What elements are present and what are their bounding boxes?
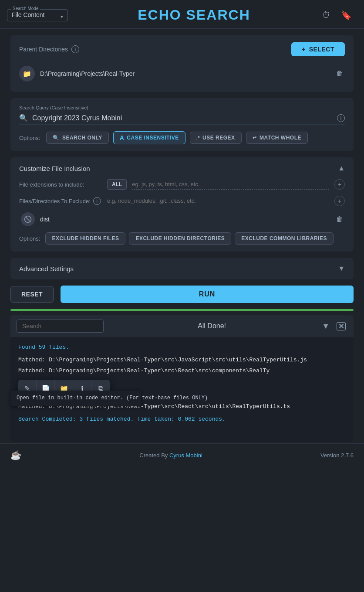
header-icons: ⏱ 🔖	[320, 8, 354, 22]
excluded-item-icon	[21, 212, 35, 226]
exclude-hidden-dirs-button[interactable]: EXCLUDE HIDDEN DIRECTORIES	[129, 232, 231, 245]
history-icon-button[interactable]: ⏱	[320, 8, 332, 22]
directory-path: D:\Programing\Projects\Real-Typer	[40, 70, 329, 77]
exclude-hidden-files-button[interactable]: EXCLUDE HIDDEN FILES	[45, 232, 125, 245]
advanced-expand-icon: ▼	[338, 265, 345, 272]
excluded-item-row: dist 🗑	[19, 212, 345, 226]
header: Search Mode File Content File Name Direc…	[0, 0, 364, 29]
exclude-input[interactable]	[107, 196, 329, 206]
exclude-info-icon[interactable]: i	[93, 197, 101, 205]
results-expand-button[interactable]: ▼	[320, 320, 331, 333]
main-content: Parent Directories i + SELECT 📁 D:\Progr…	[0, 35, 364, 442]
terminal-completed-text: Search Completed: 3 files matched. Time …	[18, 415, 346, 424]
results-search-input[interactable]	[17, 320, 104, 333]
match-whole-button[interactable]: ↵ MATCH WHOLE	[246, 132, 308, 144]
search-icon: 🔍	[19, 114, 28, 122]
extensions-label: File extensions to include:	[19, 181, 102, 188]
no-icon-svg	[24, 215, 32, 223]
parent-directories-section: Parent Directories i + SELECT 📁 D:\Progr…	[10, 35, 354, 92]
select-button[interactable]: + SELECT	[291, 42, 345, 56]
regex-icon: .*	[196, 135, 200, 140]
folder-icon: 📁	[19, 66, 35, 82]
file-inclusion-section: Customize File Inclusion ▲ File extensio…	[10, 157, 354, 252]
search-query-section: Search Query (Case Insensitive) 🔍 i Opti…	[10, 98, 354, 151]
options-label: Options:	[19, 135, 40, 141]
search-input-row: 🔍 i	[19, 114, 345, 125]
advanced-settings-header[interactable]: Advanced Settings ▼	[10, 258, 354, 279]
file-inclusion-header[interactable]: Customize File Inclusion ▲	[10, 157, 354, 179]
chevron-down-icon: ▼	[60, 14, 64, 19]
file-options-label: Options:	[19, 235, 40, 242]
advanced-settings-section: Advanced Settings ▼	[10, 258, 354, 279]
footer-author-link[interactable]: Cyrus Mobini	[169, 452, 202, 459]
search-query-input[interactable]	[32, 114, 333, 122]
tooltip-popup: Open file in built-in code editor. (For …	[10, 391, 141, 406]
run-button[interactable]: RUN	[61, 286, 354, 303]
extension-input[interactable]	[132, 179, 329, 190]
results-status: All Done!	[104, 322, 320, 330]
file-inclusion-body: File extensions to include: ALL + Files/…	[10, 179, 354, 252]
results-actions: ▼ ✕	[320, 320, 347, 333]
bookmark-icon-button[interactable]: 🔖	[339, 8, 354, 22]
all-badge: ALL	[107, 179, 127, 190]
reset-button[interactable]: RESET	[10, 286, 54, 303]
search-mode-wrapper: Search Mode File Content File Name Direc…	[7, 9, 68, 21]
terminal-matched-0: Matched: D:\Programing\Projects\Real-Typ…	[18, 356, 346, 365]
search-only-button[interactable]: 🔍 SEARCH ONLY	[46, 132, 108, 144]
history-icon: ⏱	[322, 10, 330, 20]
search-query-label: Search Query (Case Insensitive)	[19, 105, 345, 110]
delete-directory-button[interactable]: 🗑	[334, 68, 345, 79]
file-options-row: Options: EXCLUDE HIDDEN FILES EXCLUDE HI…	[19, 232, 345, 245]
footer-version: Version 2.7.6	[320, 452, 354, 459]
plus-icon: +	[302, 46, 306, 53]
results-section: All Done! ▼ ✕ Found 59 files. Matched: D…	[10, 315, 354, 442]
progress-bar	[10, 309, 354, 311]
collapse-icon: ▲	[338, 164, 345, 172]
footer-logo-icon: ☕	[10, 450, 21, 460]
svg-line-1	[25, 217, 30, 222]
footer-credit: Created By Cyrus Mobini	[139, 452, 202, 459]
file-inclusion-title: Customize File Inclusion	[19, 165, 90, 172]
delete-excluded-button[interactable]: 🗑	[334, 214, 345, 225]
case-insensitive-button[interactable]: A CASE INSENSITIVE	[113, 131, 185, 144]
search-mode-label: Search Mode	[11, 6, 40, 11]
footer: ☕ Created By Cyrus Mobini Version 2.7.6	[0, 443, 364, 466]
parent-dir-label: Parent Directories i	[19, 45, 79, 53]
bookmark-icon: 🔖	[341, 10, 352, 20]
options-row: Options: 🔍 SEARCH ONLY A CASE INSENSITIV…	[19, 131, 345, 144]
action-row: RESET RUN	[10, 286, 354, 303]
close-icon: ✕	[337, 322, 346, 330]
exclude-row: Files/Directories To Exclude: i +	[19, 196, 345, 206]
directory-row: 📁 D:\Programing\Projects\Real-Typer 🗑	[19, 62, 345, 85]
parent-directories-text: Parent Directories	[19, 46, 68, 53]
results-header: All Done! ▼ ✕	[10, 315, 354, 337]
results-close-button[interactable]: ✕	[335, 320, 347, 333]
excluded-item-name: dist	[40, 216, 329, 223]
parent-dir-header: Parent Directories i + SELECT	[19, 42, 345, 56]
parent-directories-info-icon[interactable]: i	[71, 45, 79, 53]
match-whole-icon: ↵	[253, 135, 257, 141]
expand-icon: ▼	[322, 322, 330, 330]
use-regex-button[interactable]: .* USE REGEX	[190, 132, 242, 144]
app-title: ECHO SEARCH	[68, 7, 320, 23]
terminal-found-text: Found 59 files.	[18, 343, 346, 352]
extensions-row: File extensions to include: ALL +	[19, 179, 345, 190]
exclude-common-libs-button[interactable]: EXCLUDE COMMON LIBRARIES	[235, 232, 334, 245]
case-icon: A	[120, 134, 125, 141]
terminal-matched-1: Matched: D:\Programing\Projects\Real-Typ…	[18, 367, 346, 376]
add-extension-button[interactable]: +	[334, 179, 345, 190]
advanced-settings-title: Advanced Settings	[19, 265, 74, 272]
terminal-output: Found 59 files. Matched: D:\Programing\P…	[10, 337, 354, 442]
exclude-label: Files/Directories To Exclude: i	[19, 197, 102, 205]
search-only-icon: 🔍	[53, 135, 60, 141]
add-exclude-button[interactable]: +	[334, 196, 345, 206]
search-query-info-icon[interactable]: i	[337, 114, 345, 122]
search-mode-select[interactable]: File Content File Name Directory	[12, 11, 53, 18]
